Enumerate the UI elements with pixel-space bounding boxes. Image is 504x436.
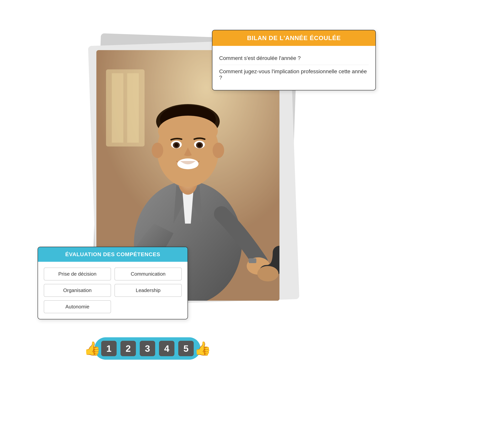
bilan-title: BILAN DE L'ANNÉE ÉCOULÉE [247, 35, 341, 41]
rating-number-1[interactable]: 1 [101, 341, 117, 356]
rating-number-2[interactable]: 2 [120, 341, 136, 356]
competence-tag-autonomie: Autonomie [44, 300, 111, 313]
rating-number-4[interactable]: 4 [159, 341, 174, 356]
svg-point-19 [198, 143, 201, 147]
thumbs-left-icon: 👍 [84, 341, 101, 356]
rating-number-5[interactable]: 5 [178, 341, 194, 356]
competences-title: ÉVALUATION DES COMPÉTENCES [65, 251, 160, 257]
svg-point-22 [213, 143, 224, 158]
svg-point-21 [152, 143, 163, 158]
bilan-questions: Comment s'est déroulée l'année ? Comment… [212, 46, 376, 90]
rating-number-3[interactable]: 3 [140, 341, 155, 356]
bilan-question-1: Comment s'est déroulée l'année ? [219, 52, 369, 65]
bilan-card: BILAN DE L'ANNÉE ÉCOULÉE Comment s'est d… [212, 30, 376, 91]
svg-rect-25 [249, 258, 256, 263]
rating-bar-background: 👍 1 2 3 4 5 👍 [94, 337, 200, 360]
competence-tag-prise-decision: Prise de décision [44, 268, 111, 281]
svg-point-13 [158, 116, 218, 146]
svg-point-24 [257, 266, 279, 282]
thumbs-right-icon: 👍 [194, 341, 211, 356]
competence-tag-communication: Communication [115, 268, 182, 281]
competence-tag-leadership: Leadership [115, 284, 182, 297]
competences-grid: Prise de décision Communication Organisa… [38, 262, 188, 319]
bilan-question-2: Comment jugez-vous l'implication profess… [219, 65, 369, 84]
svg-point-18 [174, 143, 178, 147]
bilan-header: BILAN DE L'ANNÉE ÉCOULÉE [212, 30, 376, 46]
competences-card: ÉVALUATION DES COMPÉTENCES Prise de déci… [38, 247, 188, 319]
competence-tag-organisation: Organisation [44, 284, 111, 297]
rating-bar-container: 👍 1 2 3 4 5 👍 [94, 337, 200, 360]
competences-header: ÉVALUATION DES COMPÉTENCES [38, 247, 188, 262]
rating-bar: 👍 1 2 3 4 5 👍 [94, 337, 200, 360]
